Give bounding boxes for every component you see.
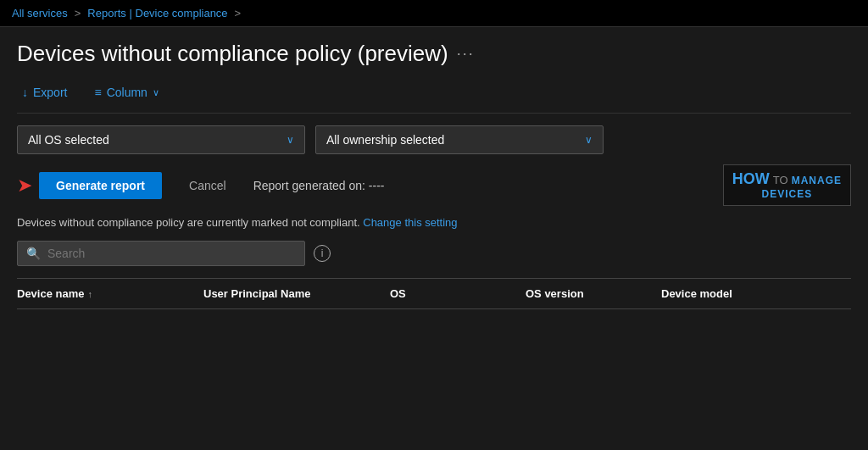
breadcrumb-all-services[interactable]: All services — [12, 7, 68, 19]
chevron-down-icon: ∨ — [153, 87, 159, 98]
export-icon: ↓ — [22, 86, 28, 99]
watermark-devices: DEVICES — [762, 188, 813, 200]
filter-row: All OS selected ∨ All ownership selected… — [17, 125, 851, 154]
export-label: Export — [33, 86, 67, 99]
report-generated-text: Report generated on: ---- — [253, 179, 385, 192]
ownership-filter-dropdown[interactable]: All ownership selected ∨ — [315, 125, 604, 154]
search-row: 🔍 i — [17, 241, 851, 266]
info-icon[interactable]: i — [314, 245, 331, 262]
notice-text: Devices without compliance policy are cu… — [17, 216, 360, 229]
col-device-name[interactable]: Device name ↑ — [17, 287, 203, 300]
col-os[interactable]: OS — [390, 287, 526, 300]
col-device-name-label: Device name — [17, 287, 85, 300]
notice-row: Devices without compliance policy are cu… — [17, 216, 851, 229]
main-content: Devices without compliance policy (previ… — [0, 27, 868, 323]
breadcrumb-sep2: > — [235, 7, 242, 19]
breadcrumb-sep1: > — [75, 7, 81, 19]
generate-report-button[interactable]: Generate report — [39, 172, 162, 199]
page-title-row: Devices without compliance policy (previ… — [17, 41, 851, 67]
ownership-filter-label: All ownership selected — [326, 133, 444, 147]
col-os-version[interactable]: OS version — [526, 287, 661, 300]
watermark: HOW TO MANAGE DEVICES — [723, 164, 851, 206]
os-filter-chevron-icon: ∨ — [287, 134, 294, 146]
action-row: ➤ Generate report Cancel Report generate… — [17, 164, 851, 206]
col-os-label: OS — [390, 287, 406, 300]
col-device-model[interactable]: Device model — [661, 287, 851, 300]
column-button[interactable]: ≡ Column ∨ — [89, 82, 164, 103]
column-icon: ≡ — [94, 86, 101, 99]
breadcrumb-bar: All services > Reports | Device complian… — [0, 0, 868, 27]
watermark-box: HOW TO MANAGE DEVICES — [723, 164, 851, 206]
watermark-to: TO — [773, 174, 788, 186]
search-icon: 🔍 — [26, 247, 41, 260]
col-os-version-label: OS version — [526, 287, 584, 300]
watermark-manage: MANAGE — [792, 175, 842, 186]
ownership-filter-chevron-icon: ∨ — [585, 134, 593, 146]
report-generated-value: ---- — [369, 179, 385, 192]
table-header: Device name ↑ User Principal Name OS OS … — [17, 278, 851, 309]
toolbar: ↓ Export ≡ Column ∨ — [17, 82, 851, 114]
ellipsis-menu-button[interactable]: ··· — [457, 45, 475, 63]
change-setting-link[interactable]: Change this setting — [363, 216, 457, 229]
col-upn[interactable]: User Principal Name — [203, 287, 390, 300]
breadcrumb-reports[interactable]: Reports | Device compliance — [87, 7, 227, 19]
arrow-indicator-icon: ➤ — [17, 175, 32, 197]
export-button[interactable]: ↓ Export — [17, 82, 72, 103]
sort-arrow-icon: ↑ — [88, 289, 93, 299]
os-filter-label: All OS selected — [28, 133, 109, 147]
search-input[interactable] — [47, 247, 296, 260]
os-filter-dropdown[interactable]: All OS selected ∨ — [17, 125, 305, 154]
column-label: Column — [107, 86, 147, 99]
col-device-model-label: Device model — [661, 287, 732, 300]
watermark-how: HOW — [732, 170, 770, 188]
page-title: Devices without compliance policy (previ… — [17, 41, 448, 67]
cancel-button[interactable]: Cancel — [172, 172, 243, 199]
col-upn-label: User Principal Name — [203, 287, 310, 300]
search-wrapper: 🔍 — [17, 241, 305, 266]
